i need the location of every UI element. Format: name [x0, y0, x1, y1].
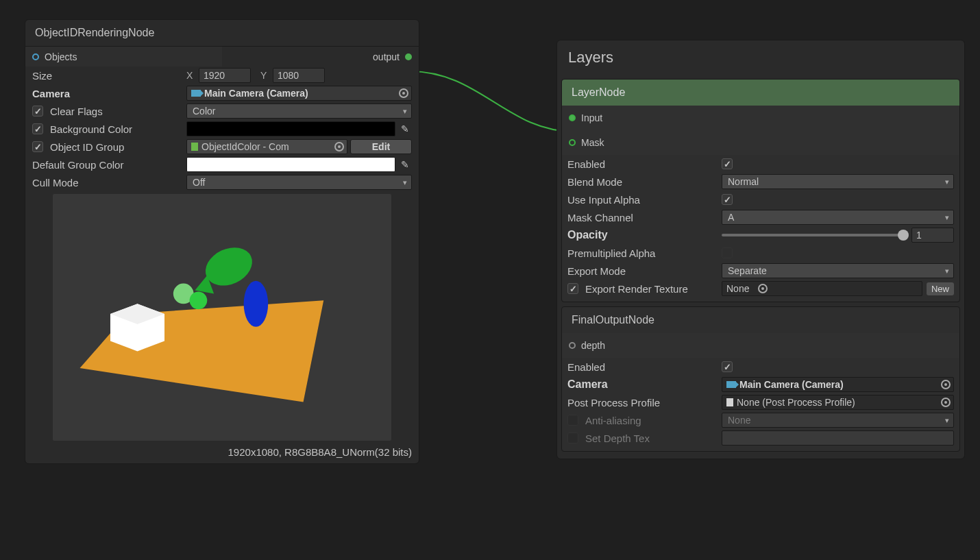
object-picker-icon[interactable]	[758, 284, 768, 293]
premult-row: Premultiplied Alpha	[562, 244, 959, 262]
camera-field[interactable]: Main Camera (Camera)	[186, 86, 412, 101]
depth-tex-field[interactable]	[722, 430, 954, 446]
clear-flags-row: Clear Flags Color	[25, 102, 419, 120]
slider-thumb[interactable]	[898, 230, 909, 241]
preview-footer-label: 1920x1080, R8G8B8A8_UNorm(32 bits)	[25, 445, 419, 463]
premult-label: Premultiplied Alpha	[567, 247, 722, 259]
ppp-field[interactable]: None (Post Process Profile)	[722, 395, 954, 410]
export-mode-row: Export Mode Separate	[562, 262, 959, 280]
export-rt-checkbox[interactable]	[567, 283, 578, 294]
port-output[interactable]: output	[222, 46, 419, 66]
layer-node-title: LayerNode	[562, 80, 959, 106]
svg-point-7	[244, 281, 269, 327]
aa-label: Anti-aliasing	[567, 415, 722, 426]
ppp-row: Post Process Profile None (Post Process …	[562, 393, 959, 411]
clear-flags-select[interactable]: Color	[186, 104, 412, 119]
export-rt-field[interactable]: None	[722, 281, 922, 296]
object-picker-icon[interactable]	[399, 88, 408, 98]
clear-flags-checkbox[interactable]	[32, 106, 43, 117]
export-rt-label: Export Render Texture	[567, 283, 722, 295]
final-output-node: FinalOutputNode depth Enabled Camera Mai…	[561, 306, 960, 452]
final-camera-field[interactable]: Main Camera (Camera)	[722, 377, 954, 392]
layer-node: LayerNode Input Mask Enabled Blend Mode …	[561, 79, 960, 302]
mask-channel-row: Mask Channel A	[562, 208, 959, 226]
aa-row: Anti-aliasing None	[562, 411, 959, 429]
opacity-row: Opacity	[562, 226, 959, 244]
default-group-color-row: Default Group Color ✎	[25, 156, 419, 173]
port-depth[interactable]: depth	[562, 333, 959, 358]
final-camera-label: Camera	[567, 378, 722, 391]
port-mask[interactable]: Mask	[562, 130, 959, 155]
export-rt-row: Export Render Texture None New	[562, 280, 959, 302]
svg-point-6	[190, 291, 208, 309]
blend-mode-select[interactable]: Normal	[722, 174, 954, 189]
new-button[interactable]: New	[927, 282, 954, 295]
mask-channel-select[interactable]: A	[722, 210, 954, 225]
edit-button[interactable]: Edit	[350, 139, 412, 154]
cull-mode-label: Cull Mode	[32, 177, 186, 188]
camera-row: Camera Main Camera (Camera)	[25, 84, 419, 102]
size-row: Size X Y	[25, 66, 419, 84]
export-mode-select[interactable]: Separate	[722, 263, 954, 278]
panel-title: Layers	[557, 40, 964, 75]
node-title: ObjectIDRenderingNode	[25, 20, 419, 46]
bg-color-label: Background Color	[32, 123, 186, 135]
bg-color-swatch[interactable]	[186, 121, 395, 136]
object-id-rendering-node: ObjectIDRenderingNode Objects output Siz…	[25, 19, 419, 464]
enabled-checkbox[interactable]	[722, 158, 733, 169]
cull-mode-select[interactable]: Off	[186, 175, 412, 190]
use-input-alpha-label: Use Input Alpha	[567, 194, 722, 206]
bg-color-checkbox[interactable]	[32, 123, 43, 134]
camera-value: Main Camera (Camera)	[204, 88, 308, 99]
preview-svg	[53, 194, 391, 441]
final-enabled-checkbox[interactable]	[722, 361, 733, 372]
port-input[interactable]: Input	[562, 106, 959, 130]
opacity-input[interactable]	[911, 228, 954, 243]
camera-icon	[191, 90, 201, 97]
size-y-label: Y	[260, 70, 273, 81]
depth-tex-row: Set Depth Tex	[562, 429, 959, 451]
camera-label: Camera	[32, 88, 186, 99]
final-enabled-label: Enabled	[567, 361, 722, 373]
clear-flags-label: Clear Flags	[32, 106, 186, 117]
default-group-color-label: Default Group Color	[32, 159, 186, 171]
premult-checkbox[interactable]	[722, 247, 733, 258]
object-id-group-checkbox[interactable]	[32, 141, 43, 152]
object-picker-icon[interactable]	[941, 380, 951, 389]
port-input-objects[interactable]: Objects	[25, 46, 222, 66]
default-group-color-swatch[interactable]	[186, 157, 395, 172]
object-id-group-label: Object ID Group	[32, 141, 186, 153]
eyedropper-icon[interactable]: ✎	[398, 158, 412, 171]
final-enabled-row: Enabled	[562, 358, 959, 376]
size-x-input[interactable]	[199, 68, 251, 83]
opacity-slider[interactable]	[722, 234, 903, 236]
depth-tex-checkbox[interactable]	[567, 433, 578, 443]
object-id-group-field[interactable]: ObjectIdColor - Com	[186, 139, 347, 154]
object-picker-icon[interactable]	[334, 142, 344, 151]
use-input-alpha-row: Use Input Alpha	[562, 191, 959, 208]
port-circle-icon	[569, 114, 576, 121]
size-x-label: X	[186, 70, 199, 81]
depth-tex-label: Set Depth Tex	[567, 433, 722, 444]
size-y-input[interactable]	[273, 68, 325, 83]
cull-mode-row: Cull Mode Off	[25, 173, 419, 191]
port-circle-icon	[569, 342, 576, 349]
object-id-group-row: Object ID Group ObjectIdColor - Com Edit	[25, 138, 419, 156]
asset-icon	[726, 398, 733, 406]
final-output-title: FinalOutputNode	[562, 307, 959, 333]
aa-checkbox[interactable]	[567, 415, 578, 426]
eyedropper-icon[interactable]: ✎	[398, 122, 412, 136]
layers-panel: Layers LayerNode Input Mask Enabled Blen…	[556, 40, 965, 459]
enabled-row: Enabled	[562, 155, 959, 173]
camera-icon	[726, 381, 736, 388]
use-input-alpha-checkbox[interactable]	[722, 194, 733, 205]
port-circle-icon	[569, 139, 576, 146]
enabled-label: Enabled	[567, 158, 722, 170]
port-label: Objects	[45, 51, 215, 62]
render-preview	[53, 194, 391, 441]
aa-select[interactable]: None	[722, 413, 954, 428]
object-picker-icon[interactable]	[941, 398, 951, 407]
mask-channel-label: Mask Channel	[567, 212, 722, 223]
final-camera-row: Camera Main Camera (Camera)	[562, 376, 959, 393]
port-label: output	[229, 51, 400, 62]
